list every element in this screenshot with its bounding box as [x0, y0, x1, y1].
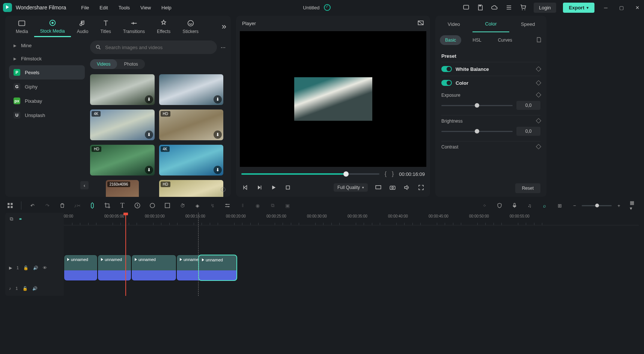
playhead[interactable]: [125, 213, 126, 296]
timeline-clip[interactable]: unnamed: [131, 255, 176, 281]
source-pixabay[interactable]: pxPixabay: [9, 94, 85, 108]
media-tab-effects[interactable]: Effects: [151, 17, 176, 36]
source-pexels[interactable]: PPexels: [9, 65, 85, 80]
display-icon[interactable]: [375, 184, 382, 191]
media-tabs-overflow-icon[interactable]: »: [222, 22, 226, 32]
stock-thumb[interactable]: 4K⬇: [159, 145, 224, 176]
menu-file[interactable]: File: [81, 5, 89, 10]
audio-effect-icon[interactable]: ◉: [253, 201, 262, 210]
reset-button[interactable]: Reset: [515, 183, 540, 193]
mixer-icon[interactable]: ♫: [525, 201, 534, 210]
lock-icon[interactable]: 🔓: [23, 266, 29, 270]
overlay-icon[interactable]: ▣: [283, 201, 292, 210]
timeline-clip[interactable]: unnamed: [98, 255, 131, 281]
track-view-icon[interactable]: ▦ ▾: [630, 201, 638, 210]
search-options-icon[interactable]: ⋯: [221, 45, 226, 50]
source-giphy[interactable]: GGiphy: [9, 80, 85, 94]
timeline-clip[interactable]: unnamed: [198, 255, 237, 281]
mark-out-icon[interactable]: }: [392, 171, 394, 177]
zoom-out-icon[interactable]: −: [570, 201, 579, 210]
text-icon[interactable]: T: [118, 201, 126, 210]
media-tab-media[interactable]: Media: [10, 17, 34, 36]
toggle-white-balance[interactable]: [441, 66, 452, 72]
stock-thumb[interactable]: HD⬇: [90, 145, 155, 176]
stock-thumb[interactable]: ⬇: [159, 74, 224, 105]
prev-frame-icon[interactable]: [241, 184, 249, 191]
audio-track-header[interactable]: ♪1 🔓 🔊: [5, 281, 64, 296]
download-icon[interactable]: ⬇: [214, 166, 222, 174]
slider-brightness[interactable]: [441, 131, 513, 132]
media-tab-audio[interactable]: Audio: [71, 17, 95, 36]
stop-icon[interactable]: [284, 184, 292, 191]
player-seek-track[interactable]: [241, 173, 379, 175]
mute-icon[interactable]: 🔊: [33, 266, 38, 270]
stock-thumb[interactable]: 4K⬇: [90, 110, 155, 140]
camera-icon[interactable]: [389, 184, 396, 191]
props-tab-speed[interactable]: Speed: [509, 16, 546, 32]
visibility-icon[interactable]: 👁: [43, 266, 47, 270]
track-link-icon[interactable]: ⚭: [18, 216, 23, 222]
marker-tool-icon[interactable]: [480, 201, 489, 210]
player-viewport[interactable]: [240, 31, 426, 167]
lock-icon[interactable]: 🔓: [23, 286, 28, 291]
media-tab-stickers[interactable]: Stickers: [176, 17, 205, 36]
keyframe-diamond-icon[interactable]: [537, 80, 540, 86]
menu-edit[interactable]: Edit: [99, 5, 108, 10]
volume-icon[interactable]: [403, 184, 411, 191]
save-icon[interactable]: [477, 4, 484, 11]
value-exposure[interactable]: 0,0: [516, 101, 540, 110]
filter-pill-videos[interactable]: Videos: [90, 59, 117, 69]
stock-thumb[interactable]: 2160x4096⬇: [106, 180, 139, 197]
value-brightness[interactable]: 0,0: [516, 127, 540, 136]
slider-exposure[interactable]: [441, 105, 513, 106]
play-icon[interactable]: [270, 184, 277, 191]
media-tab-transitions[interactable]: Transitions: [117, 17, 151, 36]
step-back-icon[interactable]: [256, 184, 263, 191]
redo-icon[interactable]: ↷: [43, 201, 51, 210]
search-input[interactable]: [105, 45, 212, 50]
save-preset-icon[interactable]: [536, 37, 542, 44]
transition-icon[interactable]: ⧉: [268, 201, 277, 210]
menu-view[interactable]: View: [140, 5, 151, 10]
undo-icon[interactable]: ↶: [28, 201, 36, 210]
download-icon[interactable]: ⬇: [214, 130, 222, 139]
props-subtab-curves[interactable]: Curves: [493, 35, 518, 45]
source-filmstock[interactable]: ▶Filmstock: [9, 52, 85, 65]
source-mine[interactable]: ▶Mine: [9, 39, 85, 52]
track-copy-icon[interactable]: ⧉: [10, 216, 13, 222]
keyframe-diamond-icon[interactable]: [537, 93, 540, 98]
stock-thumb[interactable]: ⬇: [90, 74, 155, 105]
split-audio-icon[interactable]: ♪✂: [73, 201, 81, 210]
props-subtab-basic[interactable]: Basic: [440, 35, 461, 45]
fullscreen-icon[interactable]: [417, 184, 425, 191]
download-icon[interactable]: ⬇: [145, 166, 153, 174]
video-track-header[interactable]: ▶1 🔓 🔊 👁: [5, 255, 64, 281]
magnet-icon[interactable]: ⌕: [540, 201, 549, 210]
media-tab-stock-media[interactable]: Stock Media: [34, 16, 71, 37]
detach-icon[interactable]: ↯: [208, 201, 217, 210]
crop-icon[interactable]: [103, 201, 111, 210]
speed-icon[interactable]: [133, 201, 141, 210]
marker-icon[interactable]: [88, 201, 96, 210]
sidebar-collapse-icon[interactable]: ‹: [80, 181, 89, 189]
zoom-slider[interactable]: [582, 205, 612, 206]
mute-icon[interactable]: 🔊: [32, 286, 38, 291]
audio-waveform-icon[interactable]: ⦀: [238, 201, 247, 210]
download-icon[interactable]: ⬇: [145, 95, 153, 104]
delete-icon[interactable]: [58, 201, 66, 210]
media-tab-titles[interactable]: Titles: [94, 17, 117, 36]
stock-thumb[interactable]: HD⬇: [159, 180, 224, 197]
player-snapshot-icon[interactable]: [417, 20, 424, 27]
keyframe-diamond-icon[interactable]: [537, 118, 540, 124]
menu-list-icon[interactable]: [505, 4, 513, 11]
filter-pill-photos[interactable]: Photos: [117, 59, 144, 69]
props-subtab-hsl[interactable]: HSL: [467, 35, 486, 45]
toolbox-icon[interactable]: [6, 201, 14, 210]
search-box[interactable]: [90, 40, 217, 54]
cart-icon[interactable]: [519, 4, 527, 11]
source-unsplash[interactable]: UUnsplash: [9, 108, 85, 122]
info-icon[interactable]: ⓘ: [221, 186, 226, 193]
mark-in-icon[interactable]: {: [385, 171, 387, 177]
close-icon[interactable]: ✕: [633, 4, 641, 11]
timeline-clip[interactable]: unnamed: [64, 255, 98, 281]
